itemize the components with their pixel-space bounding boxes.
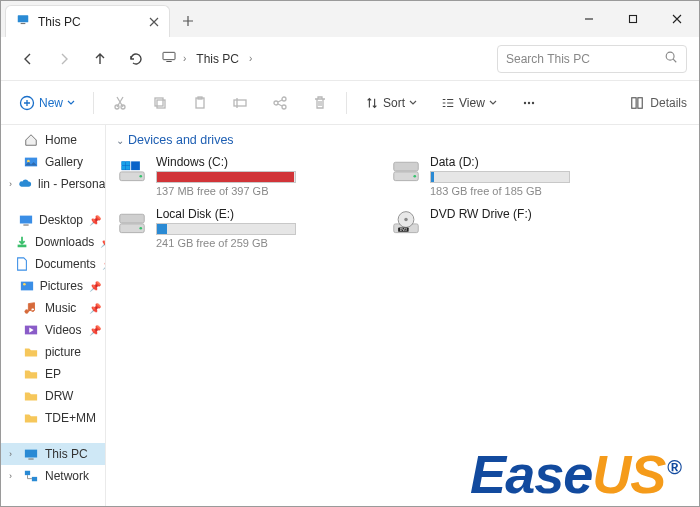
maximize-button[interactable] — [611, 1, 655, 37]
gallery-icon — [23, 154, 39, 170]
svg-point-5 — [666, 52, 674, 60]
tab-this-pc[interactable]: This PC — [5, 5, 170, 37]
folder-icon — [23, 366, 39, 382]
pictures-icon — [20, 278, 34, 294]
folder-icon — [23, 344, 39, 360]
folder-icon — [23, 388, 39, 404]
drive-icon — [118, 209, 146, 237]
svg-rect-33 — [32, 477, 37, 481]
sidebar-item-ep[interactable]: EP — [1, 363, 105, 385]
svg-rect-10 — [157, 100, 165, 108]
svg-point-43 — [413, 175, 416, 178]
search-icon — [664, 50, 678, 67]
chevron-down-icon: ⌄ — [116, 135, 124, 146]
copy-button[interactable] — [146, 88, 174, 118]
svg-rect-1 — [21, 23, 26, 24]
search-placeholder: Search This PC — [506, 52, 590, 66]
forward-button[interactable] — [49, 44, 79, 74]
sidebar-item-documents[interactable]: Documents📌 — [1, 253, 105, 275]
sidebar-item-tdemm[interactable]: TDE+MM — [1, 407, 105, 429]
drive-item[interactable]: Windows (C:) 137 MB free of 397 GB — [116, 153, 366, 199]
svg-rect-30 — [25, 450, 37, 458]
folder-icon — [23, 410, 39, 426]
svg-rect-40 — [122, 166, 126, 170]
share-button[interactable] — [266, 88, 294, 118]
drive-meta: 183 GB free of 185 GB — [430, 185, 638, 197]
drive-name: Windows (C:) — [156, 155, 364, 169]
cut-button[interactable] — [106, 88, 134, 118]
close-window-button[interactable] — [655, 1, 699, 37]
sidebar-item-this-pc[interactable]: ›This PC — [1, 443, 105, 465]
sidebar: Home Gallery ›lin - Personal Desktop📌 Do… — [1, 125, 106, 507]
network-icon — [23, 468, 39, 484]
drive-item[interactable]: Local Disk (E:) 241 GB free of 259 GB — [116, 205, 366, 251]
drive-item[interactable]: DVD DVD RW Drive (F:) — [390, 205, 640, 251]
close-icon[interactable] — [149, 14, 159, 30]
drive-name: Local Disk (E:) — [156, 207, 364, 221]
chevron-down-icon — [67, 99, 75, 107]
group-header[interactable]: ⌄ Devices and drives — [116, 131, 689, 153]
drive-item[interactable]: Data (D:) 183 GB free of 185 GB — [390, 153, 640, 199]
home-icon — [23, 132, 39, 148]
pc-icon — [16, 13, 30, 30]
cloud-icon — [18, 176, 32, 192]
svg-rect-39 — [126, 161, 130, 165]
svg-rect-20 — [632, 97, 636, 108]
view-label: View — [459, 96, 485, 110]
svg-rect-32 — [25, 471, 30, 475]
drive-meta: 137 MB free of 397 GB — [156, 185, 364, 197]
delete-button[interactable] — [306, 88, 334, 118]
sidebar-item-music[interactable]: Music📌 — [1, 297, 105, 319]
capacity-bar — [156, 223, 296, 235]
sidebar-item-home[interactable]: Home — [1, 129, 105, 151]
sidebar-item-gallery[interactable]: Gallery — [1, 151, 105, 173]
sidebar-item-videos[interactable]: Videos📌 — [1, 319, 105, 341]
sort-button[interactable]: Sort — [359, 88, 423, 118]
svg-point-19 — [532, 101, 534, 103]
chevron-down-icon — [409, 99, 417, 107]
sidebar-item-pictures[interactable]: Pictures📌 — [1, 275, 105, 297]
svg-rect-38 — [122, 161, 126, 165]
sidebar-item-desktop[interactable]: Desktop📌 — [1, 209, 105, 231]
sidebar-item-downloads[interactable]: Downloads📌 — [1, 231, 105, 253]
new-tab-button[interactable] — [170, 5, 206, 37]
chevron-right-icon: › — [249, 53, 252, 64]
up-button[interactable] — [85, 44, 115, 74]
sidebar-item-drw[interactable]: DRW — [1, 385, 105, 407]
svg-rect-4 — [166, 61, 171, 62]
view-button[interactable]: View — [435, 88, 503, 118]
breadcrumb[interactable]: This PC — [192, 50, 243, 68]
sidebar-item-network[interactable]: ›Network — [1, 465, 105, 487]
videos-icon — [23, 322, 39, 338]
address-bar[interactable]: › This PC › — [157, 49, 491, 68]
svg-rect-47 — [120, 214, 145, 223]
chevron-right-icon[interactable]: › — [9, 471, 17, 481]
refresh-button[interactable] — [121, 44, 151, 74]
drive-name: Data (D:) — [430, 155, 638, 169]
svg-point-14 — [274, 101, 278, 105]
svg-point-16 — [282, 105, 286, 109]
svg-rect-0 — [18, 15, 29, 22]
svg-rect-2 — [630, 16, 637, 23]
svg-rect-24 — [20, 216, 32, 224]
svg-point-46 — [139, 227, 142, 230]
chevron-right-icon[interactable]: › — [9, 179, 12, 189]
details-button[interactable]: Details — [630, 96, 687, 110]
documents-icon — [15, 256, 29, 272]
svg-point-28 — [23, 283, 26, 286]
sidebar-item-picture[interactable]: picture — [1, 341, 105, 363]
back-button[interactable] — [13, 44, 43, 74]
pc-icon — [23, 446, 39, 462]
separator — [93, 92, 94, 114]
minimize-button[interactable] — [567, 1, 611, 37]
svg-point-18 — [528, 101, 530, 103]
rename-button[interactable] — [226, 88, 254, 118]
sidebar-item-onedrive[interactable]: ›lin - Personal — [1, 173, 105, 195]
more-button[interactable] — [515, 88, 543, 118]
search-input[interactable]: Search This PC — [497, 45, 687, 73]
paste-button[interactable] — [186, 88, 214, 118]
new-button[interactable]: New — [13, 88, 81, 118]
svg-rect-27 — [21, 282, 33, 291]
svg-rect-25 — [23, 224, 28, 225]
chevron-right-icon[interactable]: › — [9, 449, 17, 459]
